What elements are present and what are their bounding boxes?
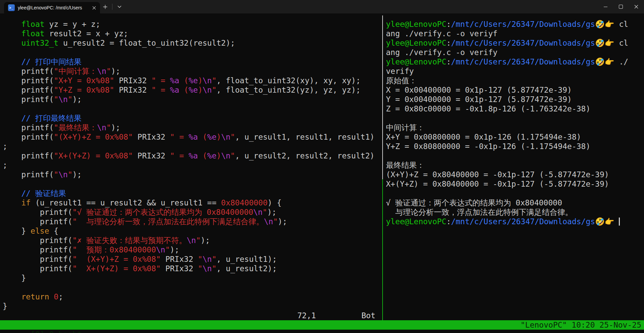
terminal-line: printf("X+Y = 0x%08" PRIx32 " = %a (%e)\… <box>3 76 381 85</box>
vim-ruler: 72,1 <box>297 311 316 320</box>
terminal-line <box>3 48 381 57</box>
terminal-line: printf("✗ 验证失败：结果与预期不符。\n"); <box>3 236 381 245</box>
terminal-line: printf("X+(Y+Z) = 0x%08" PRIx32 " = %a (… <box>3 151 381 160</box>
close-icon <box>634 5 638 9</box>
terminal-line: X+Y = 0x00800000 = 0x1p-126 (1.175494e-3… <box>386 132 643 142</box>
terminal-window: >_ ylee@LenovoPC: /mnt/c/Users fl <box>0 0 644 333</box>
close-button[interactable] <box>629 0 644 13</box>
terminal-line: ; <box>3 160 381 170</box>
terminal-line <box>3 283 381 292</box>
tab-close-icon[interactable] <box>91 5 97 10</box>
terminal-line: if (u_result1 == u_result2 && u_result1 … <box>3 198 381 207</box>
new-tab-icon <box>103 5 107 9</box>
tmux-status-bar: [0] 0:bash* "LenovoPC" 10:20 25-Nov-25 <box>0 320 644 330</box>
minimize-icon <box>604 7 607 7</box>
terminal-line: return 0; <box>3 292 381 301</box>
terminal-line: printf("√ 验证通过：两个表达式的结果均为 0x80400000\n")… <box>3 207 381 217</box>
terminal-line: 原始值： <box>386 76 643 85</box>
dropdown-chevron-icon <box>117 5 121 8</box>
terminal-line: ylee@LenovoPC:/mnt/c/Users/26347/Downloa… <box>386 38 643 48</box>
terminal-line: } <box>3 301 381 311</box>
terminal-line <box>386 151 643 160</box>
text-cursor <box>619 218 620 226</box>
terminal-line <box>386 113 643 123</box>
terminal-line: printf("\n"); <box>3 95 381 104</box>
terminal-line: printf("(X+Y)+Z = 0x%08" PRIx32 " = %a (… <box>3 132 381 142</box>
terminal-line: ; <box>3 142 381 151</box>
terminal-icon: >_ <box>8 4 15 11</box>
terminal-line: (X+Y)+Z = 0x80400000 = -0x1p-127 (-5.877… <box>386 170 643 179</box>
tmux-host-clock: "LenovoPC" 10:20 25-Nov-25 <box>521 320 641 330</box>
maximize-button[interactable] <box>613 0 629 13</box>
terminal-line: Y = 0x00400000 = 0x1p-127 (5.877472e-39) <box>386 95 643 104</box>
pane-divider[interactable] <box>382 15 383 179</box>
terminal-line: ylee@LenovoPC:/mnt/c/Users/26347/Downloa… <box>386 57 643 66</box>
terminal-line: ang ./verify.c -o veriyf <box>386 29 643 38</box>
terminal-line: ang ./verify.c -o verify <box>386 48 643 57</box>
terminal-line <box>386 189 643 198</box>
maximize-icon <box>619 5 623 9</box>
new-tab-button[interactable] <box>100 2 110 12</box>
terminal-line: float yz = y + z; <box>3 19 381 29</box>
terminal-line: √ 验证通过：两个表达式的结果均为 0x80400000 <box>386 198 643 207</box>
terminal-line <box>3 104 381 113</box>
terminal-line: printf("Y+Z = 0x%08" PRIx32 " = %a (%e)\… <box>3 85 381 95</box>
terminal-line: Y+Z = 0x80800000 = -0x1p-126 (-1.175494e… <box>386 142 643 151</box>
terminal-line: float result2 = x + yz; <box>3 29 381 38</box>
vim-scroll-position: Bot <box>361 311 376 320</box>
tab-dropdown-button[interactable] <box>114 2 125 12</box>
minimize-button[interactable] <box>598 0 613 13</box>
terminal-line <box>3 179 381 189</box>
terminal-line: printf("中间计算：\n"); <box>3 66 381 76</box>
terminal-line: 与理论分析一致，浮点加法在此特例下满足结合律。 <box>386 207 643 217</box>
terminal-line: uint32_t u_result2 = float_to_uint32(res… <box>3 38 381 48</box>
vim-pane[interactable]: float yz = y + z; float result2 = x + yz… <box>3 19 381 311</box>
terminal-content: float yz = y + z; float result2 = x + yz… <box>0 13 644 333</box>
terminal-line: 最终结果： <box>386 160 643 170</box>
terminal-line: verify <box>386 66 643 76</box>
terminal-line: printf(" 预期：0x80400000\n"); <box>3 245 381 254</box>
bash-pane[interactable]: ylee@LenovoPC:/mnt/c/Users/26347/Downloa… <box>386 19 643 311</box>
window-controls <box>598 0 644 13</box>
vim-statusline: "verify.c" [New] 72L, 2216B written 72,1… <box>3 311 381 320</box>
titlebar-separator <box>112 4 112 10</box>
terminal-line: printf("最终结果：\n"); <box>3 123 381 132</box>
terminal-line: } <box>3 273 381 283</box>
terminal-line: ylee@LenovoPC:/mnt/c/Users/26347/Downloa… <box>386 19 643 29</box>
terminal-line: // 验证结果 <box>3 189 381 198</box>
tmux-session-windows: [0] 0:bash* <box>31 330 82 333</box>
tab-title: ylee@LenovoPC: /mnt/c/Users <box>18 5 88 10</box>
terminal-line: 中间计算： <box>386 123 643 132</box>
pane-divider-active[interactable] <box>382 179 383 320</box>
terminal-line: // 打印最终结果 <box>3 113 381 123</box>
terminal-line: printf(" (X+Y)+Z = 0x%08" PRIx32 "\n", u… <box>3 254 381 264</box>
terminal-line: printf(" X+(Y+Z) = 0x%08" PRIx32 "\n", u… <box>3 264 381 273</box>
terminal-line: X+(Y+Z) = 0x80400000 = -0x1p-127 (-5.877… <box>386 179 643 189</box>
terminal-line: printf(" 与理论分析一致，浮点加法在此特例下满足结合律。\n"); <box>3 217 381 226</box>
terminal-line: // 打印中间结果 <box>3 57 381 66</box>
terminal-line: ylee@LenovoPC:/mnt/c/Users/26347/Downloa… <box>386 217 643 226</box>
tab-active[interactable]: >_ ylee@LenovoPC: /mnt/c/Users <box>4 2 100 13</box>
terminal-line: X = 0x00400000 = 0x1p-127 (5.877472e-39) <box>386 85 643 95</box>
terminal-line: printf("\n"); <box>3 170 381 179</box>
terminal-line: Z = 0x80c00000 = -0x1.8p-126 (-1.763242e… <box>386 104 643 113</box>
terminal-line: } else { <box>3 226 381 236</box>
titlebar: >_ ylee@LenovoPC: /mnt/c/Users <box>0 0 644 13</box>
